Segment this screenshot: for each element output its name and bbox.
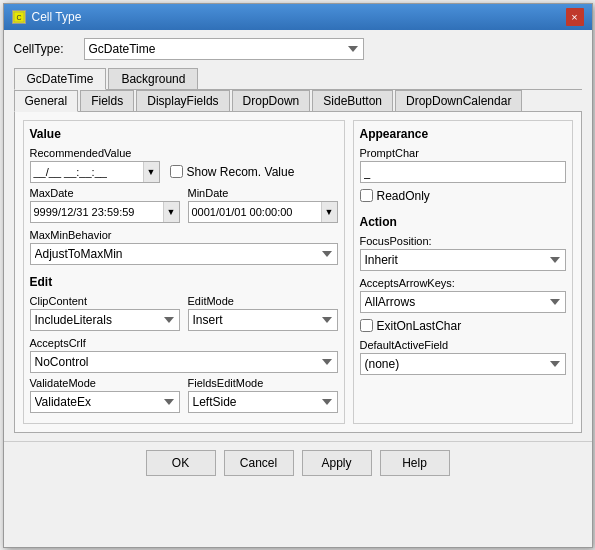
max-date-value: 9999/12/31 23:59:59 <box>31 206 163 218</box>
cancel-button[interactable]: Cancel <box>224 450 294 476</box>
max-date-arrow[interactable]: ▼ <box>163 202 179 222</box>
subtab-displayfields[interactable]: DisplayFields <box>136 90 229 111</box>
svg-text:C: C <box>16 14 21 21</box>
min-date-col: MinDate 0001/01/01 00:00:00 ▼ <box>188 187 338 223</box>
readonly-label: ReadOnly <box>377 189 430 203</box>
fields-edit-mode-label: FieldsEditMode <box>188 377 338 389</box>
clip-content-col: ClipContent IncludeLiterals <box>30 295 180 331</box>
subtab-fields[interactable]: Fields <box>80 90 134 111</box>
cell-type-select[interactable]: GcDateTime <box>84 38 364 60</box>
fields-edit-mode-col: FieldsEditMode LeftSide <box>188 377 338 413</box>
recommended-value-label: RecommendedValue <box>30 147 338 159</box>
clip-content-label: ClipContent <box>30 295 180 307</box>
help-button[interactable]: Help <box>380 450 450 476</box>
action-section-title: Action <box>360 215 566 229</box>
max-date-label: MaxDate <box>30 187 180 199</box>
dialog-footer: OK Cancel Apply Help <box>4 441 592 484</box>
recommended-value-input[interactable]: __/__ __:__:__ ▼ <box>30 161 160 183</box>
focus-position-label: FocusPosition: <box>360 235 566 247</box>
show-recom-label: Show Recom. Value <box>187 165 295 179</box>
accepts-arrow-keys-select[interactable]: AllArrows <box>360 291 566 313</box>
appearance-section-title: Appearance <box>360 127 566 141</box>
two-col-layout: Value RecommendedValue __/__ __:__:__ ▼ … <box>23 120 573 424</box>
fields-edit-mode-select[interactable]: LeftSide <box>188 391 338 413</box>
edit-mode-col: EditMode Insert <box>188 295 338 331</box>
prompt-char-label: PromptChar <box>360 147 566 159</box>
readonly-row: ReadOnly <box>360 189 566 203</box>
recommended-value-arrow[interactable]: ▼ <box>143 162 159 182</box>
accepts-arrow-keys-label: AcceptsArrowKeys: <box>360 277 566 289</box>
min-date-arrow[interactable]: ▼ <box>321 202 337 222</box>
subtab-general[interactable]: General <box>14 90 79 112</box>
right-column: Appearance PromptChar ReadOnly Action Fo… <box>353 120 573 424</box>
top-tabs: GcDateTime Background <box>14 68 582 90</box>
cell-type-label: CellType: <box>14 42 74 56</box>
apply-button[interactable]: Apply <box>302 450 372 476</box>
value-section-title: Value <box>30 127 338 141</box>
left-column: Value RecommendedValue __/__ __:__:__ ▼ … <box>23 120 345 424</box>
tab-gcdatetime[interactable]: GcDateTime <box>14 68 107 90</box>
subtab-sidebutton[interactable]: SideButton <box>312 90 393 111</box>
min-date-input[interactable]: 0001/01/01 00:00:00 ▼ <box>188 201 338 223</box>
dialog-body: CellType: GcDateTime GcDateTime Backgrou… <box>4 30 592 441</box>
clip-content-select[interactable]: IncludeLiterals <box>30 309 180 331</box>
tab-background[interactable]: Background <box>108 68 198 89</box>
edit-mode-label: EditMode <box>188 295 338 307</box>
title-bar: C Cell Type × <box>4 4 592 30</box>
prompt-char-input[interactable] <box>360 161 566 183</box>
accepts-crlf-label: AcceptsCrlf <box>30 337 338 349</box>
ok-button[interactable]: OK <box>146 450 216 476</box>
cell-type-dialog: C Cell Type × CellType: GcDateTime GcDat… <box>3 3 593 548</box>
max-date-col: MaxDate 9999/12/31 23:59:59 ▼ <box>30 187 180 223</box>
recommended-value-text: __/__ __:__:__ <box>31 166 143 178</box>
show-recom-row: Show Recom. Value <box>170 165 295 179</box>
validate-mode-col: ValidateMode ValidateEx <box>30 377 180 413</box>
readonly-checkbox[interactable] <box>360 189 373 202</box>
tab-content: Value RecommendedValue __/__ __:__:__ ▼ … <box>14 112 582 433</box>
subtab-dropdowncalendar[interactable]: DropDownCalendar <box>395 90 522 111</box>
default-active-field-label: DefaultActiveField <box>360 339 566 351</box>
dialog-icon: C <box>12 10 26 24</box>
max-min-behavior-label: MaxMinBehavior <box>30 229 338 241</box>
exit-on-last-char-row: ExitOnLastChar <box>360 319 566 333</box>
min-date-value: 0001/01/01 00:00:00 <box>189 206 321 218</box>
sub-tabs: General Fields DisplayFields DropDown Si… <box>14 90 582 112</box>
subtab-dropdown[interactable]: DropDown <box>232 90 311 111</box>
default-active-field-select[interactable]: (none) <box>360 353 566 375</box>
validate-mode-label: ValidateMode <box>30 377 180 389</box>
focus-position-select[interactable]: Inherit <box>360 249 566 271</box>
validate-mode-select[interactable]: ValidateEx <box>30 391 180 413</box>
exit-on-last-char-checkbox[interactable] <box>360 319 373 332</box>
max-date-input[interactable]: 9999/12/31 23:59:59 ▼ <box>30 201 180 223</box>
exit-on-last-char-label: ExitOnLastChar <box>377 319 462 333</box>
cell-type-row: CellType: GcDateTime <box>14 38 582 60</box>
min-date-label: MinDate <box>188 187 338 199</box>
title-bar-left: C Cell Type <box>12 10 82 24</box>
max-min-behavior-select[interactable]: AdjustToMaxMin <box>30 243 338 265</box>
accepts-crlf-select[interactable]: NoControl <box>30 351 338 373</box>
edit-section-title: Edit <box>30 275 338 289</box>
edit-mode-select[interactable]: Insert <box>188 309 338 331</box>
dialog-title: Cell Type <box>32 10 82 24</box>
show-recom-checkbox[interactable] <box>170 165 183 178</box>
close-button[interactable]: × <box>566 8 584 26</box>
